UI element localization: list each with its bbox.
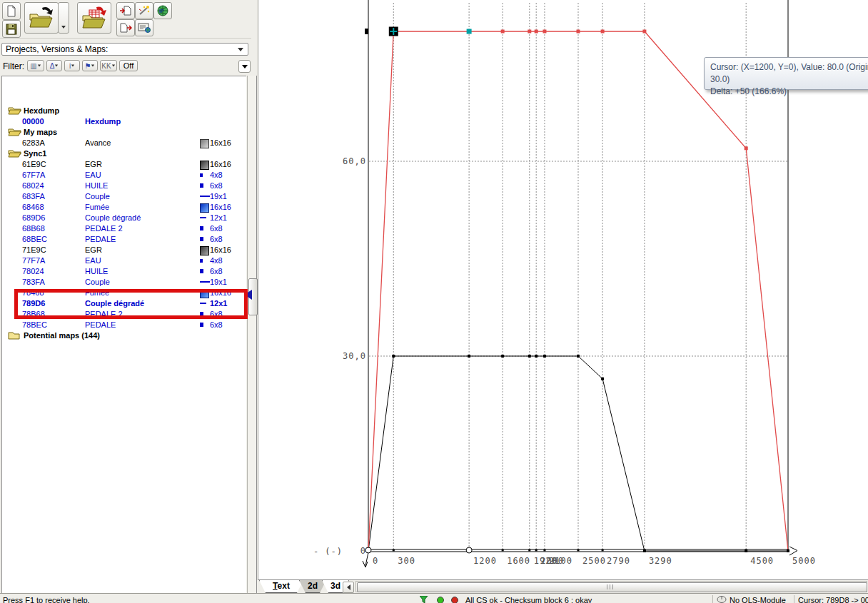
map-size: 6x8	[210, 224, 223, 233]
map-group-label: Hexdump	[24, 106, 59, 115]
new-document-button[interactable]	[2, 2, 21, 20]
filter-flag-button[interactable]: ⚑	[82, 60, 98, 71]
map-size-icon	[200, 203, 209, 213]
save-button[interactable]	[2, 20, 21, 38]
map-address: 68024	[22, 181, 44, 190]
import-maps-icon	[81, 6, 108, 30]
map-address: 68468	[22, 203, 44, 211]
online-button[interactable]: IP	[153, 2, 172, 19]
filter-label: Filter:	[3, 61, 24, 71]
map-size-icon	[200, 323, 203, 327]
import-maps-button[interactable]	[77, 2, 111, 34]
map-name: EGR	[85, 245, 102, 254]
map-row[interactable]: 783FACouple19x1	[2, 277, 245, 288]
status-bar: Press F1 to receive help. All CS ok - Ch…	[0, 593, 868, 603]
tab-2d[interactable]: 2d	[299, 580, 326, 593]
x-axis-arrowhead	[789, 547, 797, 555]
map-row[interactable]: 6283AAvance16x16	[2, 138, 245, 148]
data-point-modified	[601, 30, 605, 34]
map-name: EAU	[85, 171, 101, 179]
tab-scroll-left-button[interactable]	[343, 582, 354, 593]
x-axis-tick	[535, 549, 538, 552]
map-address: 61E9C	[22, 160, 46, 168]
map-wizard-button[interactable]	[135, 2, 153, 19]
dropdown-arrow-icon	[61, 26, 66, 29]
filter-off-label: Off	[123, 61, 133, 70]
map-group-row[interactable]: My maps	[2, 127, 245, 138]
map-row[interactable]: 68B68PEDALE 26x8	[2, 223, 245, 234]
map-row[interactable]: 77F7AEAU4x8	[2, 255, 245, 266]
map-size: 4x8	[210, 171, 223, 179]
filter-off-button[interactable]: Off	[119, 60, 138, 71]
map-row[interactable]: 00000Hexdump	[2, 116, 245, 127]
filter-kk-button[interactable]: KK	[100, 60, 117, 71]
map-row[interactable]: 689D6Couple dégradé12x1	[2, 213, 245, 223]
map-address: 68B68	[22, 224, 45, 233]
map-group-label: Sync1	[24, 149, 46, 158]
map-address: 71E9C	[22, 245, 46, 254]
y-axis-arrowhead	[363, 561, 368, 567]
cursor-tooltip: Cursor: (X=1200, Y=0), Value: 80.0 (Orig…	[704, 57, 868, 90]
map-group-row[interactable]: Sync1	[2, 148, 245, 159]
map-size-icon	[200, 281, 210, 283]
map-address: 783FA	[22, 278, 45, 286]
projects-combobox-label: Projects, Versions & Maps:	[6, 44, 108, 54]
import-map-button[interactable]	[116, 2, 135, 19]
filter-delta-button[interactable]: Δ	[46, 60, 62, 71]
status-help-text: Press F1 to receive help.	[3, 596, 90, 603]
map-row[interactable]: 68BECPEDALE6x8	[2, 234, 245, 245]
open-project-button[interactable]	[24, 2, 59, 34]
tooltip-line-1: Cursor: (X=1200, Y=0), Value: 80.0 (Orig…	[710, 61, 868, 86]
map-2d-view[interactable]: 0300120016001920200021002500279032904500…	[258, 0, 868, 579]
mouse-icon	[717, 596, 727, 603]
projects-combobox[interactable]: Projects, Versions & Maps:	[1, 43, 248, 56]
map-row[interactable]: 61E9CEGR16x16	[2, 159, 245, 170]
open-dropdown-button[interactable]	[58, 2, 69, 34]
filter-size-icon: ▥	[30, 62, 36, 70]
map-name: Hexdump	[85, 117, 121, 126]
data-point-original	[528, 355, 531, 358]
filter-size-button[interactable]: ▥	[27, 60, 44, 71]
open-folder-icon	[8, 127, 21, 136]
y-tick-label: 60,0	[343, 156, 366, 166]
map-address: 6283A	[22, 138, 45, 147]
axis-cursor-marker	[466, 547, 472, 553]
svg-text:IP: IP	[159, 9, 164, 14]
map-size: 16x16	[210, 245, 231, 254]
map-row[interactable]: 68024HUILE6x8	[2, 181, 245, 191]
map-group-label: My maps	[24, 128, 57, 136]
map-row[interactable]: 68468Fumée16x16	[2, 202, 245, 213]
map-row[interactable]: 683FACouple19x1	[2, 191, 245, 202]
x-tick-label: 2100	[549, 556, 572, 566]
map-size-icon	[200, 259, 203, 263]
map-row[interactable]: 71E9CEGR16x16	[2, 245, 245, 255]
filter-info-button[interactable]: i	[64, 60, 80, 71]
map-size-icon	[200, 217, 206, 218]
curve-original	[368, 356, 788, 551]
axis-origin-marker	[365, 547, 371, 553]
data-point-original	[468, 355, 470, 358]
map-group-row[interactable]: Hexdump	[2, 106, 245, 116]
map-group-row[interactable]: Potential maps (144)	[2, 330, 245, 341]
map-size-icon	[200, 226, 203, 230]
data-point-original	[535, 355, 538, 358]
map-size: 16x16	[210, 138, 231, 147]
map-row[interactable]: 78BECPEDALE6x8	[2, 320, 245, 330]
import-map-icon	[119, 5, 132, 16]
map-list-scrollbar[interactable]	[247, 76, 257, 594]
chevron-left-icon	[347, 584, 350, 590]
x-axis-tick	[602, 549, 604, 552]
map-row[interactable]: 78024HUILE6x8	[2, 266, 245, 277]
x-axis-tick	[502, 549, 504, 552]
selected-map-highlight-box	[14, 289, 248, 319]
tooltip-line-2: Delta: +50 (166.6%)	[710, 86, 868, 98]
tab-text[interactable]: Text	[259, 580, 303, 593]
filter-dropdown-button[interactable]	[238, 60, 251, 73]
map-size-icon	[200, 173, 203, 177]
export-map-button[interactable]	[116, 19, 135, 36]
send-email-button[interactable]	[135, 19, 153, 36]
map-row[interactable]: 67F7AEAU4x8	[2, 170, 245, 181]
online-icon: IP	[156, 5, 169, 16]
filter-info-icon: i	[69, 62, 71, 70]
map-size: 6x8	[210, 320, 223, 329]
